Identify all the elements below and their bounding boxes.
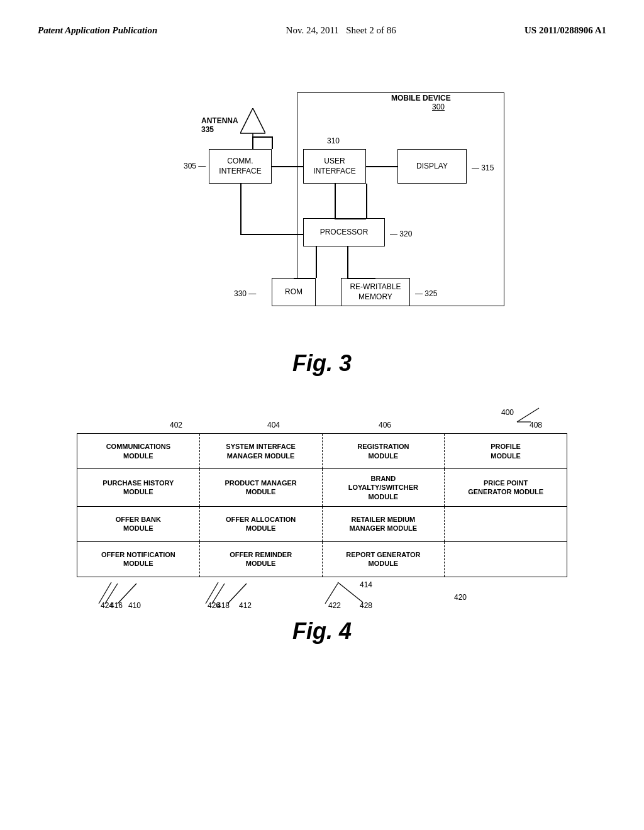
cell-purchase-history: PURCHASE HISTORYMODULE [77, 469, 200, 506]
cell-row4-empty [445, 542, 567, 577]
cell-system-interface-manager: SYSTEM INTERFACEMANAGER MODULE [200, 434, 323, 468]
fig4-section: 402 404 406 400 408 COMMUNICATIONSMODULE… [38, 402, 606, 645]
cell-price-point: PRICE POINTGENERATOR MODULE [445, 469, 567, 506]
line-comm-proc-h [240, 234, 303, 235]
num-414: 414 [360, 580, 372, 589]
line-comm-down [240, 184, 242, 234]
svg-line-12 [206, 582, 218, 604]
comm-interface-box: COMM.INTERFACE [209, 149, 272, 184]
fig4-label: Fig. 4 [38, 618, 606, 645]
mobile-device-label: MOBILE DEVICE [391, 94, 451, 102]
header: Patent Application Publication Nov. 24, … [38, 25, 606, 36]
line-proc-rom-v [316, 246, 317, 278]
fig4-top-nums: 402 404 406 400 408 [77, 402, 567, 433]
cell-row3-empty [445, 507, 567, 541]
num-412: 412 [239, 601, 252, 610]
user-interface-box: USERINTERFACE [303, 149, 366, 184]
line-ant-comm-h [252, 136, 272, 138]
rom-box: ROM [272, 278, 316, 306]
pub-label: Patent Application Publication [38, 25, 157, 36]
num-402: 402 [170, 421, 182, 429]
line-comm-user [272, 166, 303, 167]
line-proc-mem-h [347, 278, 375, 279]
cell-offer-bank: OFFER BANKMODULE [77, 507, 200, 541]
line-ui-proc [335, 184, 336, 218]
cell-registration-module: REGISTRATIONMODULE [323, 434, 445, 468]
cell-brand-loyalty: BRANDLOYALTY/SWITCHERMODULE [323, 469, 445, 506]
cell-communications-module: COMMUNICATIONSMODULE [77, 434, 200, 468]
pub-number: US 2011/0288906 A1 [525, 25, 606, 36]
rewritable-num: — 325 [415, 289, 437, 298]
line-ant-comm-v2 [272, 136, 273, 149]
fig4-row-2: PURCHASE HISTORYMODULE PRODUCT MANAGERMO… [77, 469, 567, 507]
cell-report-generator: REPORT GENERATORMODULE [323, 542, 445, 577]
num-428: 428 [360, 601, 372, 610]
processor-box: PROCESSOR [303, 218, 385, 246]
display-box: DISPLAY [397, 149, 467, 184]
num-420: 420 [454, 593, 467, 602]
num-406: 406 [379, 421, 391, 429]
svg-line-11 [99, 582, 111, 604]
cell-product-manager: PRODUCT MANAGERMODULE [200, 469, 323, 506]
svg-line-13 [338, 582, 363, 602]
fig4-row-3: OFFER BANKMODULE OFFER ALLOCATIONMODULE … [77, 507, 567, 542]
page: Patent Application Publication Nov. 24, … [0, 0, 644, 830]
fig3-diagram: MOBILE DEVICE 300 ANTENNA335 COMM.INTERF… [102, 74, 542, 344]
num-422: 422 [328, 601, 341, 610]
num-426: 426 [208, 601, 220, 610]
num-410: 410 [128, 601, 141, 610]
cell-profile-module: PROFILEMODULE [445, 434, 567, 468]
num-404: 404 [267, 421, 280, 429]
svg-line-0 [240, 108, 253, 133]
comm-interface-num: 305 — [184, 162, 206, 170]
fig4-table: COMMUNICATIONSMODULE SYSTEM INTERFACEMAN… [77, 433, 567, 577]
fig4-row-4: OFFER NOTIFICATIONMODULE OFFER REMINDERM… [77, 542, 567, 577]
cell-retailer-medium: RETAILER MEDIUMMANAGER MODULE [323, 507, 445, 541]
line-ant-comm [252, 136, 253, 149]
svg-line-1 [253, 108, 265, 133]
antenna-label: ANTENNA335 [201, 116, 238, 134]
cell-offer-notification: OFFER NOTIFICATIONMODULE [77, 542, 200, 577]
svg-line-4 [517, 408, 539, 422]
antenna-symbol [240, 108, 265, 139]
display-num: — 315 [472, 163, 494, 172]
fig3-label: Fig. 3 [38, 350, 606, 377]
bottom-arrows-svg [77, 577, 567, 612]
pub-date: Nov. 24, 2011 Sheet 2 of 86 [286, 25, 396, 36]
cell-offer-allocation: OFFER ALLOCATIONMODULE [200, 507, 323, 541]
line-proc-rom-h [294, 278, 316, 279]
num-424: 424 [101, 601, 113, 610]
line-disp-proc-v [366, 184, 367, 218]
fig4-row-1: COMMUNICATIONSMODULE SYSTEM INTERFACEMAN… [77, 434, 567, 469]
rom-num: 330 — [234, 289, 256, 298]
fig4-bottom-nums: 410 412 416 418 422 424 426 428 420 414 [77, 577, 567, 612]
processor-num: — 320 [390, 230, 412, 238]
cell-offer-reminder: OFFER REMINDERMODULE [200, 542, 323, 577]
user-interface-num: 310 [327, 136, 340, 145]
mobile-device-num: 300 [432, 102, 445, 111]
mobile-device-box [297, 92, 504, 306]
line-disp-proc-h [335, 218, 366, 219]
line-user-display [366, 166, 397, 167]
rewritable-box: RE-WRITABLEMEMORY [341, 278, 410, 306]
line-proc-mem-v [347, 246, 348, 278]
